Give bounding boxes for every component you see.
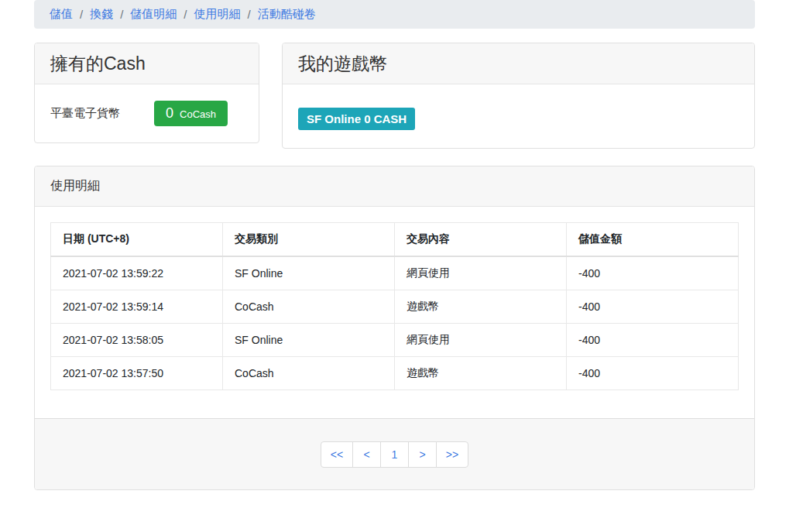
usage-details-panel: 使用明細 日期 (UTC+8) 交易類別 交易內容 儲值金額 2021-07-0… xyxy=(34,166,755,490)
breadcrumb-link-usage-details[interactable]: 使用明細 xyxy=(194,7,241,22)
cocash-balance-value: 0 xyxy=(166,105,173,122)
table-row: 2021-07-02 13:59:14 CoCash 遊戲幣 -400 xyxy=(51,290,739,324)
game-coin-card: 我的遊戲幣 SF Online 0 CASH xyxy=(282,43,755,149)
usage-details-title: 使用明細 xyxy=(35,166,754,207)
cell-transaction-type: SF Online xyxy=(223,256,395,290)
pagination-first-button[interactable]: << xyxy=(321,441,353,468)
cell-amount: -400 xyxy=(567,290,739,324)
cocash-balance-unit: CoCash xyxy=(180,108,216,120)
game-coin-card-title: 我的遊戲幣 xyxy=(283,43,754,84)
breadcrumb-link-topup-details[interactable]: 儲值明細 xyxy=(130,7,177,22)
cell-transaction-type: CoCash xyxy=(223,357,395,390)
breadcrumb-separator: / xyxy=(80,8,83,21)
cell-amount: -400 xyxy=(567,256,739,290)
usage-details-footer: << < 1 > >> xyxy=(35,418,754,489)
pagination-next-button[interactable]: > xyxy=(408,441,437,468)
table-header-row: 日期 (UTC+8) 交易類別 交易內容 儲值金額 xyxy=(51,223,739,257)
column-header-amount: 儲值金額 xyxy=(567,223,739,257)
cell-date: 2021-07-02 13:57:50 xyxy=(51,357,223,390)
cell-date: 2021-07-02 13:58:05 xyxy=(51,324,223,357)
game-coin-card-body: SF Online 0 CASH xyxy=(283,84,754,148)
cash-card-body: 平臺電子貨幣 0 CoCash xyxy=(35,84,259,142)
page-container: 儲值 / 換錢 / 儲值明細 / 使用明細 / 活動酷碰卷 擁有的Cash 平臺… xyxy=(0,0,796,521)
cell-transaction-type: CoCash xyxy=(223,290,395,324)
breadcrumb-link-exchange[interactable]: 換錢 xyxy=(90,7,113,22)
cell-transaction-type: SF Online xyxy=(223,324,395,357)
sf-online-cash-badge[interactable]: SF Online 0 CASH xyxy=(298,108,415,130)
cell-date: 2021-07-02 13:59:14 xyxy=(51,290,223,324)
pagination-last-button[interactable]: >> xyxy=(436,441,468,468)
column-header-transaction-content: 交易內容 xyxy=(395,223,567,257)
breadcrumb-link-topup[interactable]: 儲值 xyxy=(50,7,73,22)
platform-currency-label: 平臺電子貨幣 xyxy=(50,106,120,121)
cell-transaction-content: 網頁使用 xyxy=(395,324,567,357)
pagination: << < 1 > >> xyxy=(321,441,468,468)
cell-transaction-content: 遊戲幣 xyxy=(395,290,567,324)
cards-row: 擁有的Cash 平臺電子貨幣 0 CoCash 我的遊戲幣 SF Online … xyxy=(34,43,755,149)
column-header-transaction-type: 交易類別 xyxy=(223,223,395,257)
cocash-balance-button[interactable]: 0 CoCash xyxy=(154,101,228,126)
breadcrumb-link-coupons[interactable]: 活動酷碰卷 xyxy=(258,7,316,22)
breadcrumb: 儲值 / 換錢 / 儲值明細 / 使用明細 / 活動酷碰卷 xyxy=(34,0,755,29)
usage-details-body: 日期 (UTC+8) 交易類別 交易內容 儲值金額 2021-07-02 13:… xyxy=(35,207,754,418)
breadcrumb-separator: / xyxy=(184,8,187,21)
cell-amount: -400 xyxy=(567,324,739,357)
pagination-prev-button[interactable]: < xyxy=(352,441,381,468)
cell-amount: -400 xyxy=(567,357,739,390)
pagination-page-1-button[interactable]: 1 xyxy=(380,441,409,468)
cell-transaction-content: 網頁使用 xyxy=(395,256,567,290)
cell-transaction-content: 遊戲幣 xyxy=(395,357,567,390)
breadcrumb-separator: / xyxy=(120,8,123,21)
column-header-date: 日期 (UTC+8) xyxy=(51,223,223,257)
cash-card-title: 擁有的Cash xyxy=(35,43,259,84)
breadcrumb-separator: / xyxy=(248,8,251,21)
table-row: 2021-07-02 13:58:05 SF Online 網頁使用 -400 xyxy=(51,324,739,357)
cash-card: 擁有的Cash 平臺電子貨幣 0 CoCash xyxy=(34,43,259,143)
cell-date: 2021-07-02 13:59:22 xyxy=(51,256,223,290)
table-row: 2021-07-02 13:59:22 SF Online 網頁使用 -400 xyxy=(51,256,739,290)
table-row: 2021-07-02 13:57:50 CoCash 遊戲幣 -400 xyxy=(51,357,739,390)
usage-table: 日期 (UTC+8) 交易類別 交易內容 儲值金額 2021-07-02 13:… xyxy=(50,222,739,390)
